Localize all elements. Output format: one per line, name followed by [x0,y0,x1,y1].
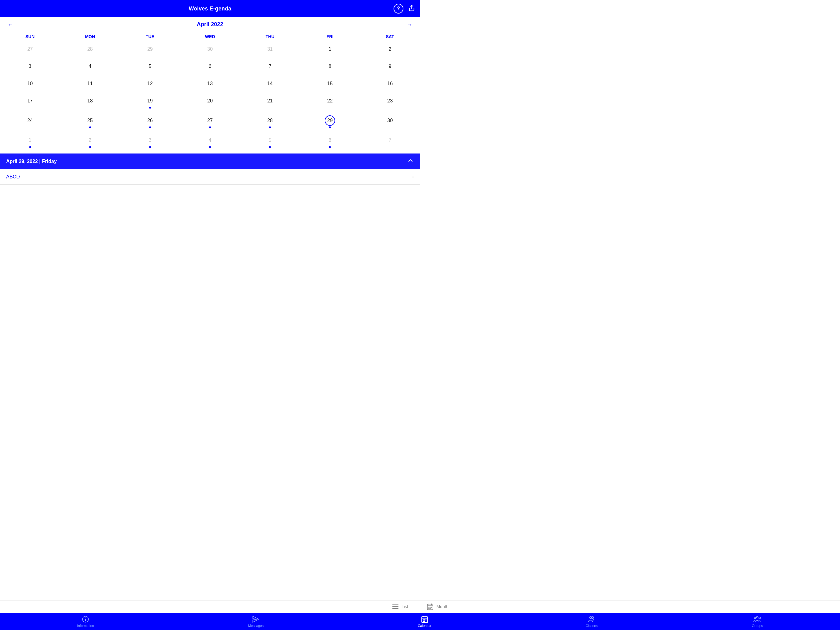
event-dot [329,146,331,148]
day-cell[interactable]: 5 [240,133,300,152]
day-cell[interactable]: 27 [180,113,240,133]
day-number: 23 [385,96,395,106]
event-dot [329,127,331,128]
event-chevron: › [412,174,414,180]
selected-day-bar: April 29, 2022 | Friday [0,154,420,169]
event-dot [29,146,31,148]
day-number: 7 [385,135,395,146]
day-cell[interactable]: 7 [360,133,420,152]
day-cell[interactable]: 22 [300,93,360,113]
day-number: 10 [25,78,35,89]
day-number: 19 [145,96,155,106]
event-dot [149,107,151,109]
day-number: 31 [265,44,275,54]
day-number: 6 [325,135,335,146]
day-cell[interactable]: 1 [0,133,60,152]
prev-month-button[interactable]: ← [7,21,14,28]
day-cell[interactable]: 6 [180,59,240,76]
day-cell[interactable]: 16 [360,76,420,93]
day-header-tue: TUE [120,32,180,41]
calendar-nav: ← April 2022 → [0,17,420,32]
day-cell[interactable]: 11 [60,76,120,93]
selected-day-label: April 29, 2022 | Friday [6,159,57,164]
day-number: 5 [145,61,155,72]
collapse-button[interactable] [407,157,414,166]
day-cell[interactable]: 21 [240,93,300,113]
day-cell[interactable]: 8 [300,59,360,76]
day-number: 24 [25,116,35,126]
day-cell[interactable]: 23 [360,93,420,113]
day-cell[interactable]: 27 [0,41,60,59]
app-title: Wolves E-genda [189,6,232,12]
day-number: 27 [25,44,35,54]
day-cell[interactable]: 20 [180,93,240,113]
help-button[interactable]: ? [393,4,403,14]
share-icon [408,5,415,11]
day-cell[interactable]: 10 [0,76,60,93]
up-arrow-icon [407,157,414,164]
day-cell[interactable]: 30 [180,41,240,59]
day-cell[interactable]: 9 [360,59,420,76]
day-number: 3 [25,61,35,72]
share-button[interactable] [408,5,415,13]
event-list: ABCD › [0,169,420,185]
day-number: 18 [85,96,95,106]
day-number: 21 [265,96,275,106]
day-cell[interactable]: 5 [120,59,180,76]
day-header-sun: SUN [0,32,60,41]
help-icon: ? [397,6,400,11]
day-number: 3 [145,135,155,146]
day-number: 26 [145,116,155,126]
day-number: 15 [325,78,335,89]
day-header-thu: THU [240,32,300,41]
event-dot [89,127,91,128]
day-number: 28 [265,116,275,126]
day-cell[interactable]: 7 [240,59,300,76]
day-cell[interactable]: 2 [360,41,420,59]
day-number: 25 [85,116,95,126]
day-cell[interactable]: 26 [120,113,180,133]
event-item[interactable]: ABCD › [0,169,420,185]
day-number: 8 [325,61,335,72]
day-cell[interactable]: 6 [300,133,360,152]
day-number: 30 [205,44,215,54]
day-cell[interactable]: 2 [60,133,120,152]
day-cell[interactable]: 31 [240,41,300,59]
day-cell[interactable]: 29 [300,113,360,133]
day-number: 11 [85,78,95,89]
day-header-sat: SAT [360,32,420,41]
app-header: Wolves E-genda ? [0,0,420,17]
day-number: 14 [265,78,275,89]
day-number: 22 [325,96,335,106]
day-cell[interactable]: 28 [240,113,300,133]
day-cell[interactable]: 28 [60,41,120,59]
day-cell[interactable]: 4 [60,59,120,76]
day-cell[interactable]: 18 [60,93,120,113]
day-number: 30 [385,116,395,126]
day-cell[interactable]: 19 [120,93,180,113]
day-cell[interactable]: 12 [120,76,180,93]
event-dot [269,146,271,148]
day-cell[interactable]: 3 [0,59,60,76]
day-cell[interactable]: 3 [120,133,180,152]
next-month-button[interactable]: → [406,21,413,28]
day-number: 7 [265,61,275,72]
day-cell[interactable]: 30 [360,113,420,133]
calendar-table: SUNMONTUEWEDTHUFRISAT 272829303112345678… [0,32,420,152]
day-cell[interactable]: 25 [60,113,120,133]
day-cell[interactable]: 29 [120,41,180,59]
day-cell[interactable]: 24 [0,113,60,133]
month-title: April 2022 [197,21,223,28]
day-cell[interactable]: 17 [0,93,60,113]
day-cell[interactable]: 13 [180,76,240,93]
day-number: 17 [25,96,35,106]
day-number: 29 [145,44,155,54]
day-cell[interactable]: 4 [180,133,240,152]
day-header-mon: MON [60,32,120,41]
event-dot [149,146,151,148]
day-cell[interactable]: 15 [300,76,360,93]
day-cell[interactable]: 14 [240,76,300,93]
event-name: ABCD [6,174,20,180]
day-cell[interactable]: 1 [300,41,360,59]
day-number: 2 [85,135,95,146]
